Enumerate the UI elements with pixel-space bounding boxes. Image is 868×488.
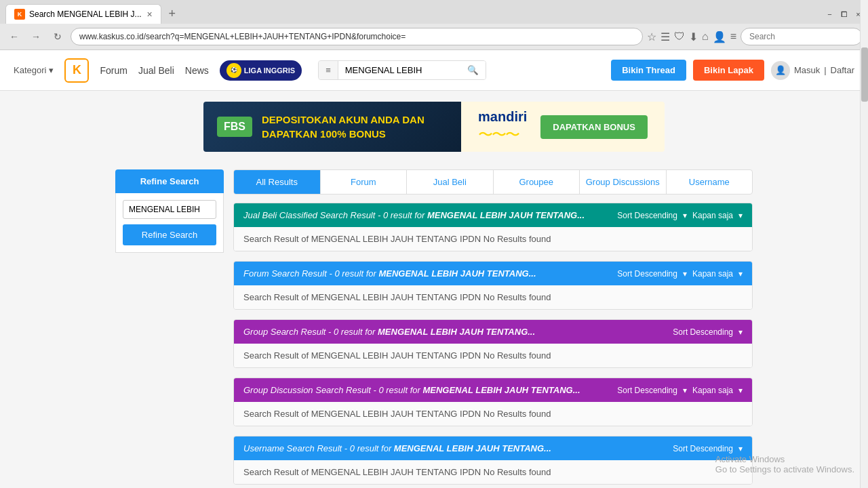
header-right: Bikin Thread Bikin Lapak 👤 Masuk | Dafta… xyxy=(611,60,854,81)
kategori-button[interactable]: Kategori ▾ xyxy=(14,65,54,75)
banner-mandiri: mandiri 〜〜〜 DAPATKAN BONUS xyxy=(461,102,665,152)
shield-icon[interactable]: 🛡 xyxy=(674,30,685,43)
kaskus-logo[interactable]: K xyxy=(64,58,89,83)
forum-sort-chevron[interactable]: ▾ xyxy=(683,269,687,279)
search-container: ≡ 🔍 xyxy=(318,60,486,80)
minimize-button[interactable]: − xyxy=(825,9,834,18)
fbs-logo: FBS xyxy=(217,117,252,137)
tab-close-button[interactable]: × xyxy=(147,9,153,19)
username-result-body: Search Result of MENGENAL LEBIH JAUH TEN… xyxy=(234,460,752,484)
new-tab-button[interactable]: + xyxy=(163,5,182,24)
forum-kapan-chevron[interactable]: ▾ xyxy=(738,269,743,279)
group-discussion-sort-chevron[interactable]: ▾ xyxy=(683,386,687,395)
jual-beli-result-header: Jual Beli Classified Search Result - 0 r… xyxy=(234,203,752,227)
window-controls: − ⧠ × xyxy=(825,9,863,18)
tab-username[interactable]: Username xyxy=(667,170,753,194)
liga-logo[interactable]: ⚽ LIGA INGGRIS xyxy=(220,60,302,81)
group-discussion-result-body: Search Result of MENGENAL LEBIH JAUH TEN… xyxy=(234,402,752,426)
group-result-title: Group Search Result - 0 result for MENGE… xyxy=(243,327,535,337)
nav-jual-beli[interactable]: Jual Beli xyxy=(138,65,174,76)
username-result-header: Username Search Result - 0 result for ME… xyxy=(234,436,752,460)
jual-beli-result-body: Search Result of MENGENAL LEBIH JAUH TEN… xyxy=(234,227,752,251)
nav-forum[interactable]: Forum xyxy=(100,65,127,76)
user-icon[interactable]: 👤 xyxy=(713,30,726,43)
bikin-thread-button[interactable]: Bikin Thread xyxy=(611,60,686,81)
top-banner: FBS DEPOSITOKAN AKUN ANDA DAN DAPATKAN 1… xyxy=(203,102,665,152)
dapatkan-bonus-button[interactable]: DAPATKAN BONUS xyxy=(540,115,648,139)
tab-group-discussions[interactable]: Group Discussions xyxy=(580,170,667,194)
username-sort: Sort Descending ▾ xyxy=(673,444,743,453)
forum-result-header: Forum Search Result - 0 result for MENGE… xyxy=(234,262,752,285)
sort-descending-button[interactable]: Sort Descending xyxy=(617,211,677,220)
nav-news[interactable]: News xyxy=(185,65,209,76)
group-discussion-result-title: Group Discussion Search Result - 0 resul… xyxy=(243,385,580,395)
sidebar-content: Refine Search xyxy=(115,193,224,253)
user-avatar-icon: 👤 xyxy=(771,61,790,80)
group-sort-button[interactable]: Sort Descending xyxy=(673,327,733,337)
address-bar[interactable] xyxy=(71,28,643,45)
username-result-title: Username Search Result - 0 result for ME… xyxy=(243,443,551,453)
group-discussion-result-section: Group Discussion Search Result - 0 resul… xyxy=(233,378,753,426)
tab-forum[interactable]: Forum xyxy=(321,170,408,194)
site-header: Kategori ▾ K Forum Jual Beli News ⚽ LIGA… xyxy=(0,50,868,91)
kapan-chevron-icon[interactable]: ▾ xyxy=(738,211,743,220)
group-result-body: Search Result of MENGENAL LEBIH JAUH TEN… xyxy=(234,344,752,367)
bikin-lapak-button[interactable]: Bikin Lapak xyxy=(693,60,764,81)
group-sort-chevron[interactable]: ▾ xyxy=(738,327,743,337)
user-area: 👤 Masuk | Daftar xyxy=(771,61,854,80)
liga-label: LIGA INGGRIS xyxy=(244,66,295,75)
sidebar-search-input[interactable] xyxy=(123,200,216,219)
reload-button[interactable]: ↻ xyxy=(49,28,66,45)
banner-text: DEPOSITOKAN AKUN ANDA DAN DAPATKAN 100% … xyxy=(262,113,448,141)
tab-all-results[interactable]: All Results xyxy=(234,170,321,194)
forum-result-title: Forum Search Result - 0 result for MENGE… xyxy=(243,268,536,279)
jual-beli-result-title: Jual Beli Classified Search Result - 0 r… xyxy=(243,210,585,220)
masuk-link[interactable]: Masuk xyxy=(794,65,820,75)
group-discussion-kapan-button[interactable]: Kapan saja xyxy=(692,386,733,395)
maximize-button[interactable]: ⧠ xyxy=(840,9,848,18)
group-sort: Sort Descending ▾ xyxy=(673,327,743,337)
search-submit-button[interactable]: 🔍 xyxy=(460,61,486,79)
download-icon[interactable]: ⬇ xyxy=(689,30,698,43)
username-sort-chevron[interactable]: ▾ xyxy=(738,444,743,453)
chevron-down-icon: ▾ xyxy=(49,65,54,75)
refine-search-button[interactable]: Refine Search xyxy=(123,224,216,245)
results-area: All Results Forum Jual Beli Groupee Grou… xyxy=(233,169,753,488)
group-discussion-sort-button[interactable]: Sort Descending xyxy=(617,386,677,395)
highlight-text: 100% xyxy=(320,128,346,140)
menu-icon[interactable]: ≡ xyxy=(730,30,736,43)
browser-titlebar: K Search MENGENAL LEBIH J... × + − ⧠ × xyxy=(0,0,868,24)
sort-chevron-icon[interactable]: ▾ xyxy=(683,211,687,220)
reader-icon[interactable]: ☰ xyxy=(660,30,670,43)
forum-result-section: Forum Search Result - 0 result for MENGE… xyxy=(233,261,753,310)
group-discussion-sort: Sort Descending ▾ Kapan saja ▾ xyxy=(617,386,743,395)
kapan-saja-button[interactable]: Kapan saja xyxy=(692,211,733,220)
forum-sort-button[interactable]: Sort Descending xyxy=(617,269,677,279)
username-sort-button[interactable]: Sort Descending xyxy=(673,444,733,453)
main-content: Refine Search Refine Search All Results … xyxy=(115,163,753,488)
browser-search-input[interactable] xyxy=(741,28,863,45)
tab-jual-beli[interactable]: Jual Beli xyxy=(407,170,494,194)
home-icon[interactable]: ⌂ xyxy=(702,30,709,43)
scrollbar-thumb[interactable] xyxy=(861,47,868,102)
group-result-section: Group Search Result - 0 result for MENGE… xyxy=(233,319,753,368)
sidebar: Refine Search Refine Search xyxy=(115,169,224,488)
jual-beli-result-section: Jual Beli Classified Search Result - 0 r… xyxy=(233,203,753,251)
search-input[interactable] xyxy=(338,61,460,79)
star-icon[interactable]: ☆ xyxy=(647,30,656,43)
browser-addressbar: ← → ↻ ☆ ☰ 🛡 ⬇ ⌂ 👤 ≡ xyxy=(0,24,868,49)
forward-button[interactable]: → xyxy=(27,28,45,45)
group-discussion-kapan-chevron[interactable]: ▾ xyxy=(738,386,743,395)
group-result-header: Group Search Result - 0 result for MENGE… xyxy=(234,320,752,344)
forum-kapan-button[interactable]: Kapan saja xyxy=(692,269,733,279)
mandiri-logo: mandiri 〜〜〜 xyxy=(478,109,527,145)
username-result-section: Username Search Result - 0 result for ME… xyxy=(233,436,753,485)
kategori-label: Kategori xyxy=(14,65,46,75)
back-button[interactable]: ← xyxy=(5,28,23,45)
scrollbar-track[interactable] xyxy=(860,0,868,488)
daftar-link[interactable]: Daftar xyxy=(831,65,854,75)
hamburger-icon[interactable]: ≡ xyxy=(319,61,338,79)
tab-groupee[interactable]: Groupee xyxy=(494,170,580,194)
browser-tab[interactable]: K Search MENGENAL LEBIH J... × xyxy=(5,4,161,24)
browser-chrome: K Search MENGENAL LEBIH J... × + − ⧠ × ←… xyxy=(0,0,868,50)
